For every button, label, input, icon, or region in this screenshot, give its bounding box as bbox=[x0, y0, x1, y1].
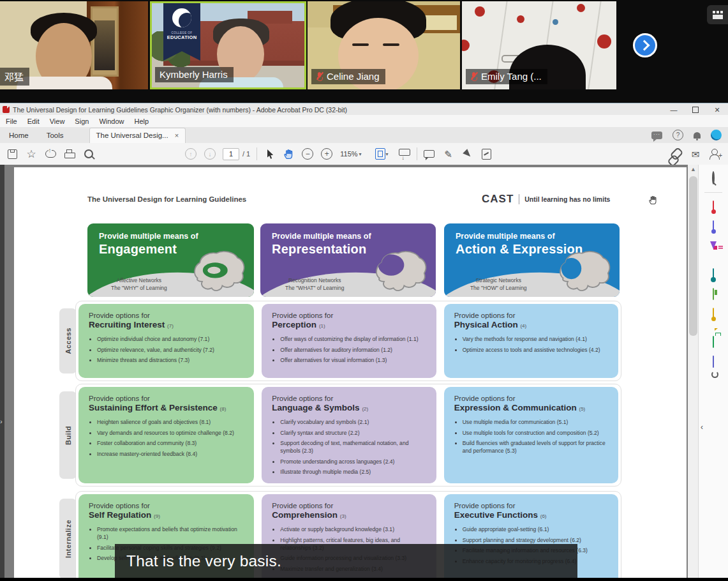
left-pane-toggle-icon[interactable]: › bbox=[0, 418, 3, 425]
header-prefix: Provide multiple means of bbox=[456, 232, 620, 241]
header-card-action-expression: Provide multiple means of Action & Expre… bbox=[444, 223, 620, 297]
menu-edit[interactable]: Edit bbox=[22, 117, 45, 125]
presentation-mode-button[interactable] bbox=[395, 146, 414, 162]
hand-tool-icon bbox=[283, 149, 294, 160]
brain-recognition-icon bbox=[368, 250, 431, 297]
guideline-bullet: Activate or supply background knowledge … bbox=[280, 525, 424, 533]
request-signatures-button[interactable] bbox=[713, 308, 714, 320]
feedback-bubble-icon[interactable]: ··· bbox=[651, 132, 662, 139]
guideline-bullet: Optimize relevance, value, and authentic… bbox=[97, 346, 245, 354]
fit-dropdown-caret-icon[interactable]: ▾ bbox=[386, 151, 389, 157]
video-tile-participant-2[interactable]: COLLEGE OF EDUCATION Kymberly Harris bbox=[150, 1, 306, 89]
guideline-row-access: Access Provide options for Recruiting In… bbox=[59, 301, 621, 381]
share-icon bbox=[45, 150, 56, 158]
panel-collapse-icon[interactable]: ‹ bbox=[701, 423, 703, 432]
menu-help[interactable]: Help bbox=[130, 117, 154, 125]
guideline-row-build: Build Provide options for Sustaining Eff… bbox=[59, 384, 621, 487]
comment-button[interactable] bbox=[420, 146, 439, 162]
stamp-button[interactable] bbox=[477, 146, 496, 162]
poster-background bbox=[91, 6, 119, 77]
blue-dot bbox=[553, 19, 558, 25]
highlighter-icon: ✎ bbox=[444, 149, 452, 159]
guideline-bullet: Vary the methods for response and naviga… bbox=[463, 335, 609, 343]
video-tile-participant-1[interactable]: 邓猛 bbox=[0, 1, 148, 89]
menu-sign[interactable]: Sign bbox=[70, 117, 94, 125]
scrollbar-thumb[interactable] bbox=[689, 176, 697, 336]
tools-panel: ‹ bbox=[698, 165, 728, 578]
menu-window[interactable]: Window bbox=[94, 117, 129, 125]
tab-tools[interactable]: Tools bbox=[38, 128, 73, 143]
guideline-bullet: Optimize individual choice and autonomy … bbox=[97, 335, 245, 343]
export-pdf-button[interactable] bbox=[713, 221, 714, 232]
help-icon[interactable]: ? bbox=[672, 130, 683, 140]
add-person-icon bbox=[711, 149, 718, 155]
menu-view[interactable]: View bbox=[45, 117, 70, 125]
menu-bar: File Edit View Sign Window Help bbox=[0, 115, 728, 127]
organize-pages-button[interactable] bbox=[713, 289, 714, 300]
search-tool-button[interactable] bbox=[712, 172, 715, 184]
page-number-input[interactable]: 1 bbox=[223, 148, 239, 160]
participant-name-label: Kymberly Harris bbox=[155, 67, 234, 82]
email-icon: ✉ bbox=[692, 149, 700, 159]
video-strip: 邓猛 COLLEGE OF EDUCATION Kymberly Harris … bbox=[0, 0, 728, 103]
zoom-level-value[interactable]: 115% bbox=[340, 150, 357, 158]
card-recruiting-interest: Provide options for Recruiting Interest … bbox=[78, 304, 254, 378]
hand-cursor bbox=[648, 195, 658, 207]
video-tile-participant-3[interactable]: Celine Jiang bbox=[308, 1, 460, 89]
guideline-bullet: Support decoding of text, mathematical n… bbox=[280, 439, 427, 455]
scroll-up-icon[interactable]: ▲ bbox=[688, 166, 699, 172]
menu-file[interactable]: File bbox=[1, 117, 22, 125]
guideline-bullet: Optimize access to tools and assistive t… bbox=[463, 346, 609, 354]
zoom-dropdown-caret-icon[interactable]: ▾ bbox=[359, 151, 362, 157]
save-icon bbox=[8, 149, 17, 159]
maximize-button[interactable] bbox=[685, 103, 706, 116]
save-button[interactable] bbox=[3, 146, 22, 162]
email-button[interactable]: ✉ bbox=[686, 146, 705, 162]
protect-button[interactable] bbox=[713, 356, 714, 368]
create-pdf-button[interactable] bbox=[713, 201, 714, 213]
zoom-in-button[interactable]: + bbox=[317, 146, 336, 162]
guideline-bullet: Guide appropriate goal-setting (6.1) bbox=[463, 525, 609, 533]
add-person-button[interactable] bbox=[705, 146, 724, 162]
share-file-button[interactable] bbox=[41, 146, 60, 162]
tab-document[interactable]: The Universal Desig... × bbox=[89, 128, 186, 143]
page-up-icon: ↑ bbox=[185, 148, 197, 160]
red-dot bbox=[597, 34, 611, 49]
fill-sign-button[interactable] bbox=[710, 249, 717, 260]
gallery-view-button[interactable] bbox=[707, 5, 728, 24]
hand-tool-button[interactable] bbox=[279, 146, 298, 162]
combine-files-button[interactable] bbox=[713, 269, 714, 280]
next-page-button[interactable]: ↓ bbox=[200, 146, 219, 162]
next-participants-button[interactable] bbox=[633, 33, 657, 57]
highlight-button[interactable]: ✎ bbox=[439, 146, 458, 162]
share-link-button[interactable] bbox=[667, 146, 686, 162]
window-title: The Universal Design for Learning Guidel… bbox=[13, 106, 347, 114]
card-sustaining-effort: Provide options for Sustaining Effort & … bbox=[78, 387, 254, 483]
close-button[interactable]: × bbox=[706, 103, 728, 116]
print-button[interactable] bbox=[60, 146, 79, 162]
header-prefix: Provide multiple means of bbox=[272, 232, 436, 241]
scan-ocr-button[interactable] bbox=[713, 336, 714, 348]
video-tile-participant-4[interactable]: Emily Tang (... bbox=[462, 1, 616, 89]
minimize-button[interactable]: — bbox=[663, 103, 685, 116]
favorite-button[interactable]: ☆ bbox=[22, 146, 41, 162]
notifications-bell-icon[interactable] bbox=[694, 132, 701, 139]
select-tool-button[interactable] bbox=[260, 146, 279, 162]
pdf-page: The Universal Design for Learning Guidel… bbox=[14, 167, 687, 578]
guideline-bullet: Offer ways of customizing the display of… bbox=[280, 335, 427, 343]
tab-home[interactable]: Home bbox=[0, 128, 38, 143]
red-dot bbox=[517, 15, 524, 23]
tab-close-icon[interactable]: × bbox=[175, 132, 179, 139]
find-button[interactable] bbox=[79, 146, 98, 162]
panel-divider bbox=[704, 192, 722, 193]
previous-page-button[interactable]: ↑ bbox=[181, 146, 200, 162]
tab-document-label: The Universal Desig... bbox=[96, 132, 168, 139]
card-language-symbols: Provide options for Language & Symbols (… bbox=[262, 387, 436, 483]
vertical-scrollbar[interactable]: ▲ bbox=[688, 165, 699, 578]
row-label-build: Build bbox=[59, 391, 77, 479]
sign-button[interactable] bbox=[458, 146, 477, 162]
account-avatar[interactable] bbox=[711, 130, 722, 140]
live-caption: That is the very basis. bbox=[115, 544, 577, 578]
card-perception: Provide options for Perception (1) Offer… bbox=[262, 304, 436, 378]
zoom-out-button[interactable]: − bbox=[298, 146, 317, 162]
